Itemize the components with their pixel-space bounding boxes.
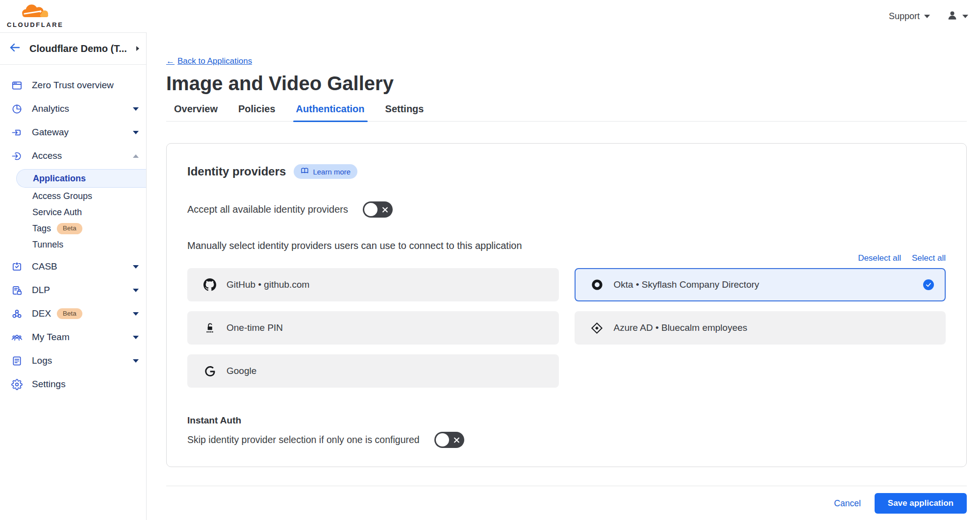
- toggle-x-icon: [382, 206, 388, 213]
- analytics-icon: [11, 103, 23, 115]
- sidebar-item-settings[interactable]: Settings: [0, 372, 146, 396]
- dex-icon: [11, 308, 23, 320]
- selected-check-icon: [923, 279, 934, 290]
- book-icon: [301, 167, 309, 176]
- chevron-up-icon: [133, 154, 139, 158]
- casb-icon: [11, 261, 23, 272]
- save-application-button[interactable]: Save application: [875, 493, 967, 514]
- manual-select-text: Manually select identity providers users…: [187, 240, 946, 251]
- cancel-button[interactable]: Cancel: [834, 498, 860, 509]
- sidebar-item-access-groups[interactable]: Access Groups: [0, 188, 146, 204]
- provider-tile-one-time-pin[interactable]: One-time PIN: [187, 311, 559, 345]
- chevron-down-icon: [133, 312, 139, 316]
- gateway-icon: [11, 126, 23, 138]
- instant-auth-heading: Instant Auth: [187, 415, 946, 426]
- providers-grid: GitHub • github.com Okta • Skyflash Comp…: [187, 268, 946, 388]
- expand-right-icon[interactable]: [136, 46, 139, 51]
- support-label: Support: [889, 11, 920, 22]
- footer-divider: [166, 486, 967, 486]
- user-icon: [947, 10, 958, 23]
- toggle-knob: [436, 433, 449, 446]
- provider-tile-azure-ad[interactable]: Azure AD • Bluecalm employees: [575, 311, 946, 345]
- logs-icon: [11, 355, 23, 367]
- identity-providers-card: Identity providers Learn more Accept all…: [166, 143, 967, 467]
- github-icon: [203, 278, 217, 292]
- chevron-down-icon: [133, 359, 139, 363]
- accept-all-label: Accept all available identity providers: [187, 204, 348, 215]
- topbar: CLOUDFLARE Support: [0, 0, 980, 32]
- provider-tile-google[interactable]: Google: [187, 354, 559, 388]
- chevron-down-icon: [133, 289, 139, 292]
- tab-policies[interactable]: Policies: [238, 103, 276, 121]
- support-menu[interactable]: Support: [889, 11, 930, 22]
- settings-gear-icon: [11, 378, 23, 390]
- chevron-down-icon: [962, 15, 968, 18]
- chevron-down-icon: [133, 131, 139, 134]
- toggle-knob: [364, 203, 377, 216]
- sidebar-nav: Zero Trust overview Analytics: [0, 65, 146, 396]
- sidebar-item-logs[interactable]: Logs: [0, 349, 146, 372]
- chevron-down-icon: [133, 336, 139, 339]
- chevron-down-icon: [133, 107, 139, 111]
- tab-authentication[interactable]: Authentication: [296, 103, 365, 121]
- sidebar-item-my-team[interactable]: My Team: [0, 325, 146, 349]
- cloudflare-logo[interactable]: CLOUDFLARE: [7, 4, 64, 28]
- sidebar-item-applications[interactable]: Applications: [16, 169, 146, 188]
- sidebar-item-service-auth[interactable]: Service Auth: [0, 204, 146, 221]
- sidebar-item-tags[interactable]: Tags Beta: [0, 221, 146, 237]
- overview-icon: [11, 79, 23, 91]
- tab-settings[interactable]: Settings: [385, 103, 424, 121]
- tab-bar: Overview Policies Authentication Setting…: [166, 103, 967, 122]
- sidebar-item-zero-trust-overview[interactable]: Zero Trust overview: [0, 74, 146, 97]
- accept-all-toggle[interactable]: [363, 201, 393, 218]
- instant-auth-toggle[interactable]: [434, 432, 464, 448]
- chevron-down-icon: [133, 265, 139, 269]
- identity-providers-heading: Identity providers: [187, 165, 286, 178]
- sidebar-item-casb[interactable]: CASB: [0, 255, 146, 278]
- one-time-pin-icon: [203, 321, 217, 335]
- sidebar-item-access[interactable]: Access: [0, 144, 146, 168]
- provider-tile-github[interactable]: GitHub • github.com: [187, 268, 559, 301]
- instant-auth-label: Skip identity provider selection if only…: [187, 434, 420, 446]
- sidebar-item-dlp[interactable]: DLP: [0, 278, 146, 302]
- azure-ad-icon: [590, 321, 604, 335]
- beta-badge: Beta: [57, 308, 82, 319]
- back-arrow-icon[interactable]: [9, 42, 21, 55]
- access-icon: [11, 150, 23, 162]
- learn-more-badge[interactable]: Learn more: [294, 164, 357, 179]
- sidebar: Cloudflare Demo (T... Zero Trust overvie…: [0, 32, 147, 520]
- okta-icon: [590, 278, 604, 292]
- back-to-applications-link[interactable]: ← Back to Applications: [166, 56, 252, 66]
- user-menu[interactable]: [947, 10, 968, 23]
- sidebar-item-gateway[interactable]: Gateway: [0, 121, 146, 144]
- sidebar-account-header[interactable]: Cloudflare Demo (T...: [0, 32, 146, 65]
- cloudflare-wordmark: CLOUDFLARE: [7, 21, 64, 28]
- toggle-x-icon: [453, 437, 460, 443]
- sidebar-item-dex[interactable]: DEX Beta: [0, 302, 146, 325]
- deselect-all-link[interactable]: Deselect all: [858, 253, 901, 263]
- my-team-icon: [11, 331, 23, 343]
- google-icon: [203, 364, 217, 378]
- main-content: ← Back to Applications Image and Video G…: [147, 32, 980, 520]
- provider-tile-okta[interactable]: Okta • Skyflash Company Directory: [575, 268, 946, 301]
- sidebar-item-analytics[interactable]: Analytics: [0, 97, 146, 121]
- beta-badge: Beta: [57, 223, 82, 234]
- sidebar-item-tunnels[interactable]: Tunnels: [0, 237, 146, 253]
- footer-actions: Cancel Save application: [166, 493, 967, 514]
- select-all-link[interactable]: Select all: [912, 253, 946, 263]
- left-arrow-icon: ←: [166, 56, 175, 66]
- dlp-icon: [11, 284, 23, 296]
- account-name: Cloudflare Demo (T...: [29, 43, 127, 54]
- tab-overview[interactable]: Overview: [174, 103, 218, 121]
- page-title: Image and Video Gallery: [166, 72, 967, 95]
- access-subnav: Applications Access Groups Service Auth …: [0, 168, 146, 255]
- chevron-down-icon: [924, 15, 930, 18]
- cloudflare-cloud-icon: [20, 4, 51, 21]
